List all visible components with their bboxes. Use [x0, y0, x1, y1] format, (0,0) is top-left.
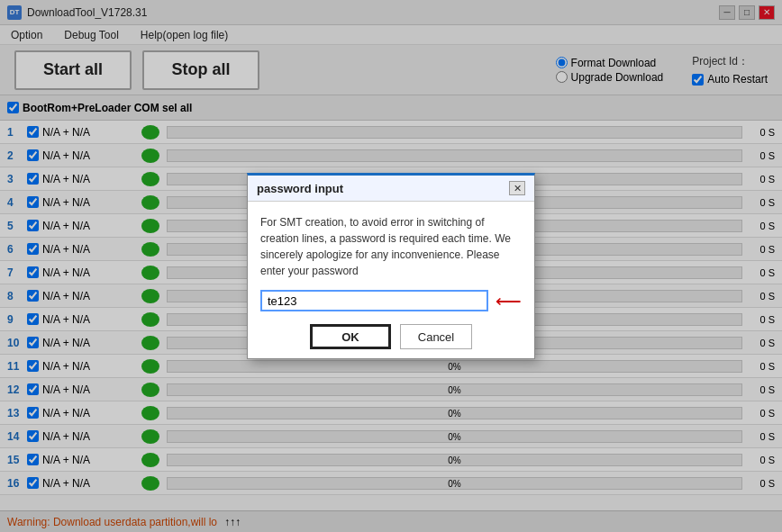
dialog-buttons: OK Cancel [260, 324, 522, 349]
dialog-body: For SMT creation, to avoid error in swit… [248, 202, 534, 358]
password-dialog: password input ✕ For SMT creation, to av… [247, 173, 535, 359]
ok-button[interactable]: OK [310, 324, 391, 349]
arrow-icon: ⟵ [496, 290, 522, 311]
dialog-close-button[interactable]: ✕ [509, 181, 525, 195]
dialog-titlebar: password input ✕ [248, 176, 534, 202]
dialog-title: password input [257, 182, 343, 195]
cancel-button[interactable]: Cancel [400, 324, 472, 349]
password-input[interactable] [260, 290, 488, 311]
password-input-row: ⟵ [260, 290, 522, 311]
modal-overlay: password input ✕ For SMT creation, to av… [0, 0, 782, 532]
dialog-message: For SMT creation, to avoid error in swit… [260, 214, 522, 279]
